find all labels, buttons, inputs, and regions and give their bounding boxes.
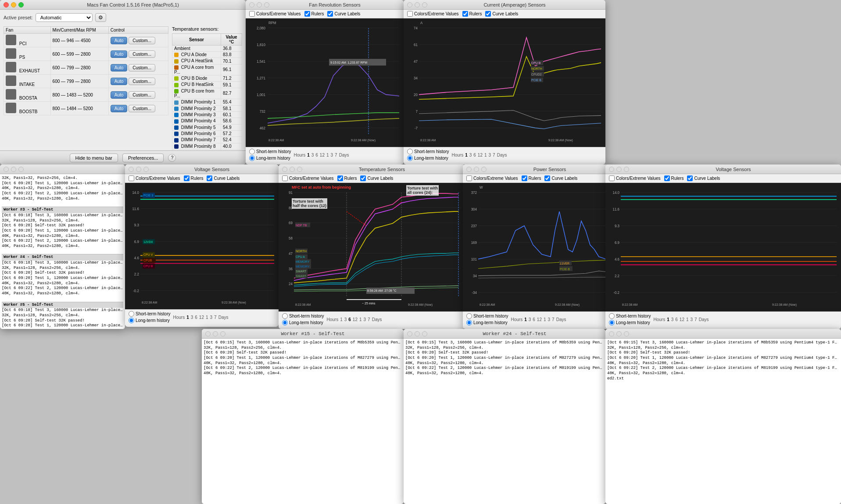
volt-curve-checkbox[interactable] [207, 175, 212, 181]
pw-6h[interactable]: 6 [533, 317, 535, 322]
cur-min[interactable] [415, 2, 420, 7]
custom-button[interactable]: Custom... [129, 37, 155, 44]
pw-7d[interactable]: 7 [552, 317, 555, 322]
v2-1h[interactable]: 1 [667, 317, 669, 322]
log24-content[interactable]: [Oct 6 09:15] Test 3, 160000 Lucas-Lehme… [404, 339, 605, 504]
pw-rulers-checkbox[interactable] [522, 175, 527, 181]
time-1h[interactable]: 1 [307, 153, 310, 157]
cur-12h[interactable]: 12 [478, 153, 483, 157]
volt-min[interactable] [136, 167, 141, 172]
volt-max[interactable] [143, 167, 149, 172]
auto-button[interactable]: Auto [111, 64, 128, 71]
tb-colors-check[interactable]: Colors/Extreme Values [282, 175, 334, 181]
time-12h[interactable]: 12 [320, 153, 325, 157]
pw-rulers-check[interactable]: Rulers [522, 175, 541, 181]
volt-3h[interactable]: 3 [191, 315, 193, 320]
long-history-radio[interactable]: Long-term history [249, 155, 291, 161]
pw-colors-checkbox[interactable] [466, 175, 472, 181]
le-min[interactable] [616, 331, 622, 336]
log-main-content[interactable]: 32K, Pass1=32, Pass2=256, clm=4.[Oct 6 0… [0, 174, 125, 329]
pw-curve-checkbox[interactable] [544, 175, 550, 181]
custom-button[interactable]: Custom... [129, 91, 155, 99]
hide-to-menu-button[interactable]: Hide to menu bar [70, 154, 118, 162]
pw-1h[interactable]: 1 [524, 317, 527, 322]
cur-curve-checkbox[interactable] [485, 11, 491, 17]
fr-close[interactable] [249, 2, 254, 7]
tb-rulers-checkbox[interactable] [337, 175, 343, 181]
tb-long-radio[interactable]: Long-term history [282, 320, 324, 325]
log24-min[interactable] [415, 331, 420, 336]
tb-curve-checkbox[interactable] [360, 175, 366, 181]
tb-1h[interactable]: 1 [340, 317, 343, 322]
pw-3h[interactable]: 3 [529, 317, 531, 322]
log-max[interactable] [18, 167, 24, 172]
v2-colors-checkbox[interactable] [609, 175, 615, 181]
time-7d[interactable]: 7 [335, 153, 337, 157]
pw-close[interactable] [466, 167, 472, 172]
colors-check[interactable]: Colors/Extreme Values [249, 11, 301, 17]
v2-rulers-checkbox[interactable] [664, 175, 670, 181]
v2-12h[interactable]: 12 [680, 317, 684, 322]
cur-6h[interactable]: 6 [473, 153, 476, 157]
v2-6h[interactable]: 6 [675, 317, 678, 322]
fr-max[interactable] [264, 2, 269, 7]
v2-curve-checkbox[interactable] [687, 175, 693, 181]
cur-1d[interactable]: 1 [484, 153, 487, 157]
le-max[interactable] [624, 331, 629, 336]
auto-button[interactable]: Auto [111, 91, 128, 99]
pw-3d[interactable]: 3 [548, 317, 551, 322]
cur-7d[interactable]: 7 [493, 153, 495, 157]
v2-max[interactable] [624, 167, 629, 172]
cur-colors-checkbox[interactable] [407, 11, 413, 17]
time-3h[interactable]: 3 [311, 153, 314, 157]
tb-6h[interactable]: 6 [348, 317, 351, 322]
volt-short-radio[interactable]: Short-term history [129, 311, 170, 317]
v2-colors-check[interactable]: Colors/Extreme Values [609, 175, 661, 181]
log15-max[interactable] [220, 331, 225, 336]
time-6h[interactable]: 6 [315, 153, 318, 157]
log-extra-content[interactable]: [Oct 6 09:15] Test 3, 160000 Lucas-Lehme… [605, 339, 841, 504]
gear-button[interactable]: ⚙ [95, 13, 106, 22]
volt-rulers-checkbox[interactable] [184, 175, 190, 181]
volt-long-radio[interactable]: Long-term history [129, 318, 170, 323]
tb-7d[interactable]: 7 [368, 317, 370, 322]
custom-button[interactable]: Custom... [129, 78, 155, 85]
mfc-close-button[interactable] [4, 2, 9, 7]
log24-max[interactable] [422, 331, 427, 336]
volt-6h[interactable]: 6 [195, 315, 197, 320]
auto-button[interactable]: Auto [111, 105, 128, 112]
pw-min[interactable] [474, 167, 479, 172]
volt-rulers-check[interactable]: Rulers [184, 175, 204, 181]
cur-curve-check[interactable]: Curve Labels [485, 11, 518, 17]
log24-close[interactable] [407, 331, 412, 336]
rulers-check[interactable]: Rulers [304, 11, 324, 17]
curve-check[interactable]: Curve Labels [327, 11, 360, 17]
custom-button[interactable]: Custom... [129, 50, 155, 58]
v2-short-radio[interactable]: Short-term history [609, 313, 651, 319]
tb-3h[interactable]: 3 [344, 317, 347, 322]
log15-close[interactable] [205, 331, 211, 336]
volt-1h[interactable]: 1 [186, 315, 189, 320]
fr-min[interactable] [257, 2, 262, 7]
volt-3d[interactable]: 3 [210, 315, 213, 320]
cur-short-radio[interactable]: Short-term history [407, 149, 449, 154]
volt-colors-check[interactable]: Colors/Extreme Values [129, 175, 180, 181]
time-1d[interactable]: 1 [326, 153, 329, 157]
cur-long-radio[interactable]: Long-term history [407, 155, 449, 161]
v2-long-radio[interactable]: Long-term history [609, 320, 651, 325]
cur-rulers-check[interactable]: Rulers [462, 11, 482, 17]
log-min[interactable] [11, 167, 16, 172]
tb-max[interactable] [297, 167, 302, 172]
tb-min[interactable] [290, 167, 295, 172]
v2-min[interactable] [616, 167, 622, 172]
v2-7d[interactable]: 7 [694, 317, 697, 322]
v2-3d[interactable]: 3 [691, 317, 693, 322]
log15-min[interactable] [213, 331, 218, 336]
volt-7d[interactable]: 7 [214, 315, 217, 320]
mfc-max-button[interactable] [18, 2, 24, 7]
help-button[interactable]: ? [168, 154, 176, 162]
v2-rulers-check[interactable]: Rulers [664, 175, 684, 181]
v2-curve-check[interactable]: Curve Labels [687, 175, 720, 181]
cur-rulers-checkbox[interactable] [462, 11, 468, 17]
preferences-button[interactable]: Preferences... [122, 154, 164, 162]
